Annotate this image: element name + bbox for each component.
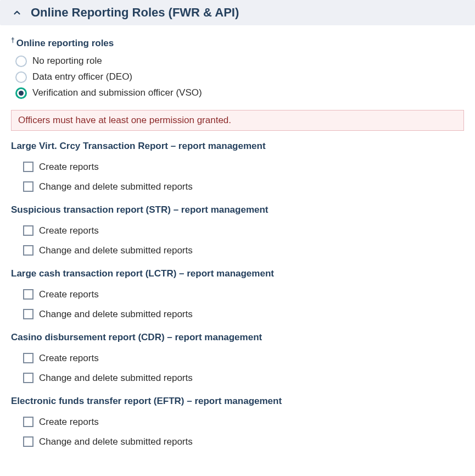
checkbox-row-change-delete[interactable]: Change and delete submitted reports (23, 241, 464, 261)
checkbox-label: Create reports (39, 289, 99, 300)
section-title-eftr: Electronic funds transfer report (EFTR) … (11, 396, 464, 407)
panel-content: †Online reporting roles No reporting rol… (0, 36, 475, 463)
checkbox-icon[interactable] (23, 225, 33, 236)
error-alert: Officers must have at least one permissi… (11, 110, 464, 131)
checkbox-label: Create reports (39, 225, 99, 236)
checkbox-row-create-reports[interactable]: Create reports (23, 412, 464, 432)
checkbox-row-change-delete[interactable]: Change and delete submitted reports (23, 432, 464, 452)
panel-title: Online Reporting Roles (FWR & API) (31, 5, 239, 20)
radio-group-reporting-role: No reporting role Data entry officer (DE… (15, 53, 464, 101)
section-title-lctr: Large cash transaction report (LCTR) – r… (11, 268, 464, 279)
checkbox-row-create-reports[interactable]: Create reports (23, 348, 464, 368)
checkbox-label: Change and delete submitted reports (39, 309, 193, 320)
checkbox-row-create-reports[interactable]: Create reports (23, 285, 464, 305)
field-label: †Online reporting roles (11, 36, 464, 49)
chevron-up-icon[interactable] (11, 7, 23, 19)
radio-option-deo[interactable]: Data entry officer (DEO) (15, 69, 464, 85)
checkbox-label: Change and delete submitted reports (39, 245, 193, 256)
radio-icon[interactable] (15, 87, 27, 99)
section-title-lvctr: Large Virt. Crcy Transaction Report – re… (11, 141, 464, 152)
checkbox-icon[interactable] (23, 373, 33, 383)
checkbox-icon[interactable] (23, 436, 33, 447)
required-marker: † (11, 36, 15, 44)
section-title-str: Suspicious transaction report (STR) – re… (11, 204, 464, 215)
checkbox-row-change-delete[interactable]: Change and delete submitted reports (23, 368, 464, 388)
checkbox-row-change-delete[interactable]: Change and delete submitted reports (23, 177, 464, 197)
checkbox-row-change-delete[interactable]: Change and delete submitted reports (23, 305, 464, 324)
checkbox-icon[interactable] (23, 353, 33, 363)
radio-label: Data entry officer (DEO) (32, 71, 132, 82)
radio-label: Verification and submission officer (VSO… (32, 87, 202, 98)
field-label-text: Online reporting roles (16, 38, 114, 48)
checkbox-row-create-reports[interactable]: Create reports (23, 157, 464, 177)
checkbox-label: Change and delete submitted reports (39, 181, 193, 192)
checkbox-label: Create reports (39, 417, 99, 428)
checkbox-icon[interactable] (23, 417, 33, 427)
checkbox-row-create-reports[interactable]: Create reports (23, 221, 464, 241)
section-title-cdr: Casino disbursement report (CDR) – repor… (11, 332, 464, 343)
panel-header[interactable]: Online Reporting Roles (FWR & API) (0, 0, 475, 25)
checkbox-label: Create reports (39, 162, 99, 173)
radio-option-no-reporting-role[interactable]: No reporting role (15, 53, 464, 69)
checkbox-icon[interactable] (23, 245, 33, 256)
checkbox-icon[interactable] (23, 309, 33, 319)
radio-option-vso[interactable]: Verification and submission officer (VSO… (15, 85, 464, 101)
checkbox-icon[interactable] (23, 181, 33, 192)
checkbox-label: Change and delete submitted reports (39, 436, 193, 447)
checkbox-label: Change and delete submitted reports (39, 373, 193, 384)
radio-icon[interactable] (15, 56, 27, 67)
checkbox-icon[interactable] (23, 289, 33, 300)
radio-label: No reporting role (32, 56, 102, 67)
checkbox-icon[interactable] (23, 162, 33, 172)
radio-icon[interactable] (15, 71, 27, 83)
checkbox-label: Create reports (39, 353, 99, 364)
